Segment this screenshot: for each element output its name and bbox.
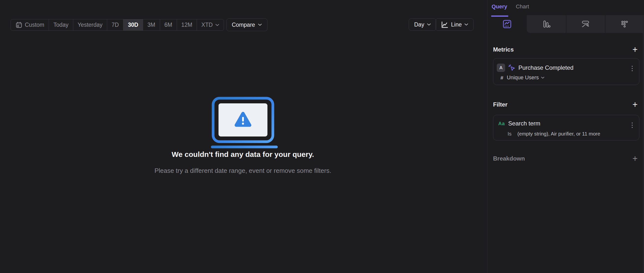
chevron-down-icon	[215, 24, 219, 26]
metric-card[interactable]: A Purchase Completed # Unique Users	[493, 58, 639, 85]
date-range-today[interactable]: Today	[49, 19, 73, 30]
chart-type-retention-tab[interactable]	[605, 15, 644, 33]
chevron-down-icon	[427, 23, 431, 26]
date-range-label: XTD	[201, 21, 212, 28]
granularity-label: Day	[414, 21, 424, 28]
chart-type-flows-tab[interactable]	[566, 15, 605, 33]
date-range-label: Custom	[25, 21, 44, 28]
aggregation-dropdown[interactable]: Unique Users	[507, 75, 544, 81]
filter-condition-row: Is (empty string), Air purifier, or 11 m…	[493, 131, 639, 137]
breakdown-section-header: Breakdown +	[493, 155, 639, 163]
tab-query[interactable]: Query	[492, 3, 507, 13]
metric-aggregation-row: # Unique Users	[493, 75, 639, 81]
date-range-selector: Custom Today Yesterday 7D 30D 3M 6M 12M	[10, 19, 224, 31]
date-range-label: 6M	[164, 21, 172, 28]
empty-state-subtitle: Please try a different date range, event…	[144, 167, 341, 175]
chart-style-button[interactable]: Line	[435, 18, 474, 31]
flows-icon	[581, 20, 590, 28]
metric-row: A Purchase Completed	[493, 58, 639, 72]
chevron-down-icon	[541, 77, 544, 79]
filter-options-kebab-icon[interactable]	[630, 121, 634, 129]
date-range-label: 30D	[128, 21, 138, 28]
empty-state-title: We couldn't find any data for your query…	[157, 150, 329, 159]
insights-line-chart-icon	[502, 19, 512, 29]
metric-options-kebab-icon[interactable]	[630, 64, 634, 73]
metric-letter-badge: A	[497, 64, 505, 72]
filter-card[interactable]: Aa Search term Is (empty string), Air pu…	[493, 115, 639, 140]
date-range-yesterday[interactable]: Yesterday	[73, 19, 107, 30]
date-range-3m[interactable]: 3M	[143, 19, 160, 30]
bar-chart-icon	[542, 20, 550, 28]
date-range-label: 3M	[148, 21, 155, 28]
compare-button[interactable]: Compare	[226, 18, 268, 31]
aggregation-label: Unique Users	[507, 75, 539, 81]
event-cursor-icon	[508, 64, 516, 71]
tab-query-label: Query	[492, 3, 507, 9]
filter-section-header: Filter +	[493, 101, 639, 108]
chart-style-label: Line	[451, 21, 462, 28]
chart-type-inactive-group	[527, 15, 644, 33]
date-range-xtd[interactable]: XTD	[197, 19, 224, 30]
metrics-title: Metrics	[493, 46, 514, 53]
tab-chart[interactable]: Chart	[516, 3, 529, 13]
metrics-section-header: Metrics +	[493, 46, 639, 53]
chart-type-insights-tab[interactable]	[488, 15, 527, 33]
chart-type-tabs	[488, 15, 644, 33]
hash-icon: #	[500, 75, 504, 81]
breakdown-title: Breakdown	[493, 155, 525, 162]
add-filter-button[interactable]: +	[631, 101, 639, 108]
query-builder-sidebar: Query Chart	[487, 0, 644, 273]
granularity-button[interactable]: Day	[409, 18, 436, 31]
date-range-label: 12M	[182, 21, 192, 28]
date-range-7d[interactable]: 7D	[107, 19, 124, 30]
date-range-12m[interactable]: 12M	[177, 19, 197, 30]
tab-chart-label: Chart	[516, 3, 529, 9]
sidebar-scrollbar[interactable]	[643, 15, 644, 273]
chevron-down-icon	[258, 23, 262, 26]
filter-operator[interactable]: Is	[508, 131, 512, 137]
no-data-laptop-illustration	[209, 96, 278, 149]
filter-row: Aa Search term	[493, 115, 639, 128]
insights-report-page: Custom Today Yesterday 7D 30D 3M 6M 12M	[0, 0, 644, 273]
calendar-icon	[15, 21, 22, 29]
sidebar-tabs: Query Chart	[492, 3, 529, 13]
date-range-label: Today	[53, 21, 68, 28]
text-property-type-icon: Aa	[498, 121, 505, 126]
line-chart-icon	[441, 21, 448, 28]
compare-label: Compare	[232, 21, 255, 28]
add-metric-button[interactable]: +	[631, 46, 639, 53]
add-breakdown-button[interactable]: +	[631, 155, 639, 162]
retention-icon	[620, 20, 629, 28]
filter-values[interactable]: (empty string), Air purifier, or 11 more	[518, 131, 600, 137]
date-range-label: Yesterday	[78, 21, 102, 28]
filter-property-name[interactable]: Search term	[508, 120, 540, 127]
filter-title: Filter	[493, 101, 508, 108]
date-range-custom[interactable]: Custom	[11, 19, 49, 30]
metric-event-name[interactable]: Purchase Completed	[518, 64, 574, 71]
date-range-label: 7D	[112, 21, 119, 28]
chevron-down-icon	[464, 23, 468, 26]
chart-type-bar-tab[interactable]	[527, 15, 566, 33]
date-range-30d[interactable]: 30D	[124, 19, 143, 30]
date-range-6m[interactable]: 6M	[160, 19, 177, 30]
